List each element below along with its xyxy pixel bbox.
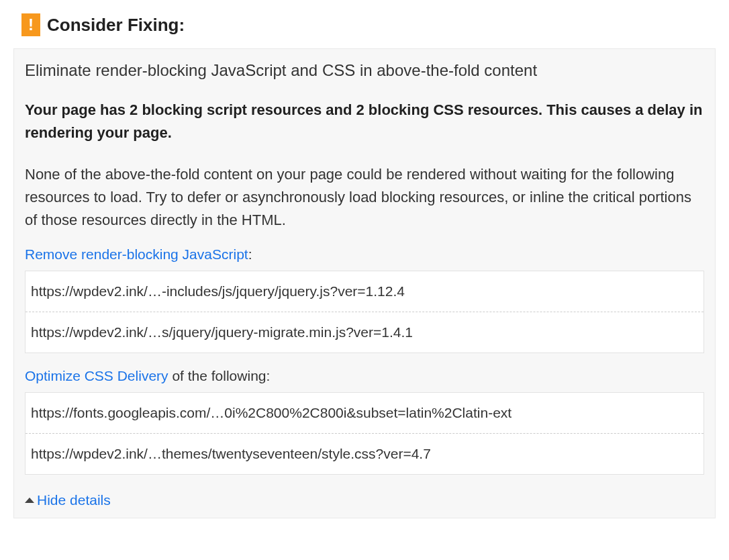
list-item: https://fonts.googleapis.com/…0i%2C800%2… [26, 393, 703, 433]
rule-description: None of the above-the-fold content on yo… [25, 163, 704, 232]
section-header: ! Consider Fixing: [13, 13, 716, 36]
list-item: https://wpdev2.ink/…-includes/js/jquery/… [26, 271, 703, 312]
list-item: https://wpdev2.ink/…themes/twentysevente… [26, 433, 703, 474]
css-subheading: Optimize CSS Delivery of the following: [25, 368, 704, 384]
section-title: Consider Fixing: [47, 15, 185, 36]
js-url-list: https://wpdev2.ink/…-includes/js/jquery/… [25, 271, 704, 353]
js-subheading: Remove render-blocking JavaScript: [25, 246, 704, 263]
css-subheading-suffix: of the following: [168, 368, 271, 383]
toggle-label: Hide details [37, 492, 111, 508]
remove-blocking-js-link[interactable]: Remove render-blocking JavaScript [25, 246, 248, 262]
rule-panel: Eliminate render-blocking JavaScript and… [13, 48, 716, 518]
optimize-css-delivery-link[interactable]: Optimize CSS Delivery [25, 368, 168, 383]
list-item: https://wpdev2.ink/…s/jquery/jquery-migr… [26, 312, 703, 353]
css-url-list: https://fonts.googleapis.com/…0i%2C800%2… [25, 392, 704, 475]
rule-title: Eliminate render-blocking JavaScript and… [25, 61, 704, 80]
hide-details-toggle[interactable]: Hide details [25, 489, 111, 508]
collapse-arrow-icon [25, 498, 34, 503]
warning-icon: ! [21, 13, 40, 36]
js-subheading-suffix: : [248, 246, 252, 262]
rule-summary: Your page has 2 blocking script resource… [25, 99, 704, 144]
